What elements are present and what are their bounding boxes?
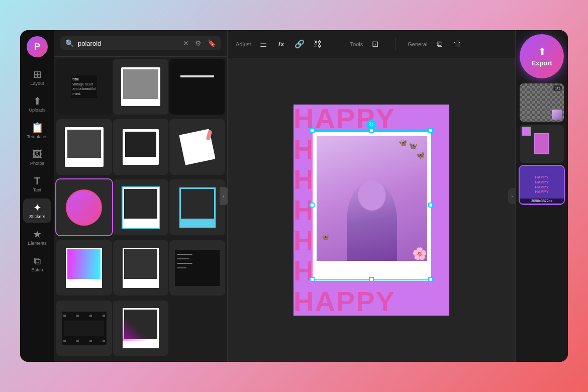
butterfly-4: 🦋 (322, 234, 329, 241)
sticker-item-12[interactable]: ▬▬▬▬▬ ▬▬▬▬ ▬▬▬▬▬ ▬▬▬ (169, 240, 225, 296)
toolbar-divider-2 (395, 37, 396, 51)
search-bookmark-icon[interactable]: 🔖 (208, 39, 216, 47)
pages-sticker: ▬▬▬▬▬ ▬▬▬▬ ▬▬▬▬▬ ▬▬▬ (175, 250, 220, 286)
toolbar-tools-group: Tools ⊡ (350, 36, 383, 52)
sidebar-label-uploads: Uploads (29, 108, 45, 113)
toolbar-general-group: General ⧉ 🗑 (408, 36, 465, 52)
circle-purple-sticker (56, 179, 112, 235)
sticker-item-4[interactable] (56, 119, 112, 175)
sidebar-label-elements: Elements (28, 241, 47, 246)
sticker-item-9[interactable] (169, 179, 225, 235)
panel-collapse-button[interactable]: ‹ (220, 187, 228, 205)
crop-btn[interactable]: ⊡ (367, 36, 383, 52)
polaroid-glitchy-sticker (123, 308, 159, 348)
export-button-wrapper: ⬆ Export (520, 34, 564, 78)
sticker-item-7-selected[interactable] (56, 179, 112, 235)
export-icon: ⬆ (538, 46, 546, 57)
sidebar-item-text[interactable]: T Text (23, 172, 51, 197)
layout-icon: ⊞ (33, 69, 42, 79)
polaroid-pink-grad-sticker (66, 248, 102, 288)
rotate-handle[interactable]: ↻ (366, 120, 376, 130)
app-window: P ⊞ Layout ⬆ Uploads 📋 Templates 🖼 Photo… (20, 30, 568, 362)
polaroid-photo-sticker[interactable]: 🦋 🦋 🦋 🦋 🌸 (313, 132, 431, 281)
sidebar-item-uploads[interactable]: ⬆ Uploads (23, 92, 51, 117)
sticker-grid: title vintage heart and a beautiful mind… (54, 57, 227, 362)
sticker-item-6[interactable] (169, 119, 225, 175)
panel-thumb-1[interactable]: 1/1 (520, 83, 564, 122)
flowers: 🌸 (412, 247, 427, 261)
tilted-polaroid-sticker (169, 119, 225, 175)
copy-btn[interactable]: ⧉ (431, 36, 447, 52)
right-panel: ⬆ Export 1/1 H HAPPY (515, 30, 568, 362)
thumb-2-bg: H (520, 125, 564, 163)
search-input[interactable] (78, 40, 179, 47)
fx-btn[interactable]: fx (273, 36, 289, 52)
sidebar-label-stickers: Stickers (29, 214, 45, 219)
export-button[interactable]: ⬆ Export (520, 34, 564, 78)
logo-text: P (34, 42, 40, 52)
polaroid-dark-sticker (123, 129, 159, 165)
sticker-item-13[interactable] (56, 301, 112, 356)
sidebar-item-templates[interactable]: 📋 Templates (23, 119, 51, 143)
elements-icon: ★ (33, 229, 42, 239)
export-label: Export (531, 59, 552, 67)
sidebar-label-layout: Layout (30, 81, 44, 86)
film-strip-sticker (62, 312, 107, 345)
sidebar-item-layout[interactable]: ⊞ Layout (23, 65, 51, 90)
link-btn[interactable]: 🔗 (291, 36, 308, 52)
panel-thumb-3[interactable]: HAPPY HAPPY HAPPY HAPPY 3098x3872px (520, 166, 564, 204)
thumb-2-small (522, 127, 531, 136)
canvas-frame[interactable]: HAPPY HAPPY HAPPY HAPPY HAPPY HAPPY HAPP… (293, 105, 449, 316)
sticker-item-14[interactable] (113, 301, 169, 356)
butterfly-2: 🦋 (416, 151, 426, 160)
toolbar: Adjust ⚌ fx 🔗 ⛓ Tools ⊡ General ⧉ 🗑 (228, 30, 515, 58)
sticker-panel: 🔍 ✕ ⚙ 🔖 title vintage heart and a beauti… (54, 30, 228, 362)
canvas-container[interactable]: HAPPY HAPPY HAPPY HAPPY HAPPY HAPPY HAPP… (228, 58, 515, 362)
sticker-item-3[interactable] (169, 59, 225, 115)
delete-btn[interactable]: 🗑 (449, 36, 465, 52)
photos-icon: 🖼 (32, 149, 42, 159)
stickers-icon: ✦ (33, 203, 42, 213)
collapse-icon[interactable]: ‹ (220, 187, 228, 205)
sidebar-item-photos[interactable]: 🖼 Photos (23, 145, 51, 170)
polaroid-frame-sticker (65, 127, 104, 167)
sliders-btn[interactable]: ⚌ (255, 36, 271, 52)
general-label: General (408, 41, 427, 47)
panel-thumb-2[interactable]: H (520, 125, 564, 163)
sticker-item-5[interactable] (113, 119, 169, 175)
thumb-2-canvas: H (534, 133, 549, 154)
search-clear-icon[interactable]: ✕ (183, 39, 189, 47)
panel-search: 🔍 ✕ ⚙ 🔖 (54, 30, 227, 57)
sticker-text-1: title vintage heart and a beautiful mind… (69, 73, 99, 100)
polaroid-plain-sticker (123, 248, 159, 288)
canvas-area: Adjust ⚌ fx 🔗 ⛓ Tools ⊡ General ⧉ 🗑 (228, 30, 515, 362)
sidebar-label-text: Text (33, 187, 42, 192)
tools-label: Tools (350, 41, 363, 47)
text-icon: T (34, 176, 40, 186)
sticker-item-8[interactable] (113, 179, 169, 235)
upload-icon: ⬆ (33, 96, 42, 106)
toolbar-divider-1 (338, 37, 338, 51)
templates-icon: 📋 (31, 123, 44, 133)
sticker-item-11[interactable] (113, 240, 169, 296)
sticker-item-1[interactable]: title vintage heart and a beautiful mind… (56, 59, 112, 115)
polaroid-cyan-border-sticker (123, 187, 159, 228)
photo-content: 🦋 🦋 🦋 🦋 🌸 (317, 136, 427, 261)
search-filter-icon[interactable]: ⚙ (195, 39, 202, 47)
search-bar: 🔍 ✕ ⚙ 🔖 (60, 36, 221, 50)
sidebar-item-batch[interactable]: ⧉ Batch (23, 252, 51, 276)
search-icon: 🔍 (65, 39, 74, 47)
app-logo: P (27, 36, 48, 57)
sticker-item-10[interactable] (56, 240, 112, 296)
panel-expand-arrow[interactable]: › (508, 188, 516, 204)
sidebar-item-elements[interactable]: ★ Elements (23, 225, 51, 250)
unlink-btn[interactable]: ⛓ (310, 36, 326, 52)
left-sidebar: P ⊞ Layout ⬆ Uploads 📋 Templates 🖼 Photo… (20, 30, 54, 362)
butterfly-3: 🦋 (399, 139, 407, 147)
sidebar-label-templates: Templates (27, 134, 47, 139)
thumb-1-mini (552, 110, 562, 120)
toolbar-adjust-group: Adjust ⚌ fx 🔗 ⛓ (236, 36, 326, 52)
sidebar-item-stickers[interactable]: ✦ Stickers (23, 199, 51, 223)
polaroid-gradient-sticker (179, 187, 216, 228)
sticker-item-2[interactable] (113, 59, 169, 115)
